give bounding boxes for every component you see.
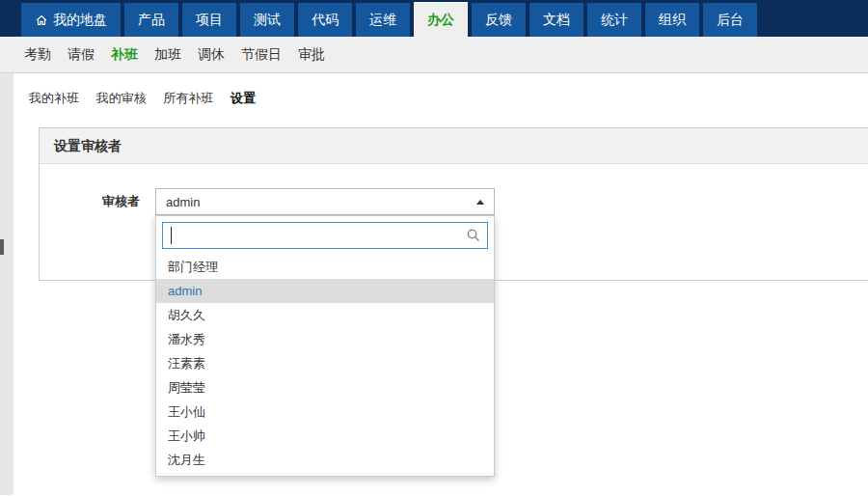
main-content: 我的补班 我的审核 所有补班 设置 设置审核者 审核者 admin bbox=[14, 73, 868, 495]
reviewer-picker: admin bbox=[155, 188, 495, 215]
subtab-label: 设置 bbox=[231, 91, 256, 105]
subtab-item[interactable]: 我的补班 bbox=[29, 91, 83, 105]
menu-item[interactable]: 补班 bbox=[111, 46, 138, 64]
nav-tab[interactable]: 产品 bbox=[124, 3, 178, 37]
nav-tab[interactable]: 代码 bbox=[298, 3, 352, 37]
menu-item-label: 审批 bbox=[298, 46, 325, 62]
subtab-item[interactable]: 我的审核 bbox=[96, 91, 150, 105]
nav-tab-label: 统计 bbox=[601, 3, 628, 37]
panel-body: 审核者 admin bbox=[40, 164, 868, 280]
menu-item[interactable]: 调休 bbox=[198, 46, 225, 64]
dropdown-option[interactable]: 王小仙 bbox=[156, 400, 494, 424]
dropdown-option[interactable]: 潘水秀 bbox=[156, 327, 494, 351]
sidebar-toggle-handle[interactable] bbox=[0, 239, 4, 255]
nav-tab-label: 文档 bbox=[543, 3, 570, 37]
nav-tab[interactable]: 运维 bbox=[356, 3, 410, 37]
module-menu-bar: 考勤 请假 补班 加班 调休 节假日 审批 bbox=[0, 37, 868, 73]
panel-title: 设置审核者 bbox=[40, 128, 868, 164]
nav-tab-label: 运维 bbox=[369, 3, 396, 37]
menu-item-label: 考勤 bbox=[24, 46, 51, 62]
dropdown-search-input[interactable] bbox=[163, 223, 487, 248]
subtab-label: 我的补班 bbox=[29, 91, 79, 105]
dropdown-option-label: 部门经理 bbox=[168, 260, 218, 274]
dropdown-option-label: 王小帅 bbox=[168, 428, 205, 443]
reviewer-select[interactable]: admin bbox=[155, 188, 495, 215]
dropdown-option[interactable]: 汪素素 bbox=[156, 351, 494, 375]
nav-tab[interactable]: 文档 bbox=[529, 3, 583, 37]
dropdown-option[interactable]: 胡久久 bbox=[156, 303, 494, 327]
nav-tab[interactable]: 我的地盘 bbox=[21, 3, 121, 37]
menu-item-label: 加班 bbox=[154, 46, 181, 62]
page-body: 我的补班 我的审核 所有补班 设置 设置审核者 审核者 admin bbox=[0, 73, 868, 495]
nav-tab[interactable]: 反馈 bbox=[472, 3, 526, 37]
nav-tab[interactable]: 办公 bbox=[414, 2, 468, 37]
dropdown-option[interactable]: 周莹莹 bbox=[156, 375, 494, 400]
home-icon bbox=[35, 14, 48, 27]
dropdown-option-label: admin bbox=[168, 284, 202, 298]
nav-tab-label: 我的地盘 bbox=[53, 3, 107, 37]
menu-item[interactable]: 加班 bbox=[154, 46, 181, 64]
feature-subtabs: 我的补班 我的审核 所有补班 设置 bbox=[14, 73, 868, 107]
settings-panel: 设置审核者 审核者 admin bbox=[39, 127, 868, 281]
subtab-item[interactable]: 所有补班 bbox=[163, 91, 217, 105]
nav-tab-label: 反馈 bbox=[485, 3, 512, 37]
menu-item[interactable]: 考勤 bbox=[24, 46, 51, 64]
menu-item[interactable]: 节假日 bbox=[241, 46, 282, 64]
dropdown-option-label: 胡久久 bbox=[168, 308, 205, 322]
dropdown-option-label: 周莹莹 bbox=[168, 380, 205, 395]
nav-tab-label: 办公 bbox=[427, 3, 454, 37]
dropdown-options-list: 部门经理 admin 胡久久 潘水秀 汪素素 周莹莹 王小仙 王小帅 沈月生 bbox=[156, 255, 494, 472]
menu-item-label: 调休 bbox=[198, 46, 225, 62]
sidebar-collapse-strip bbox=[0, 73, 14, 495]
subtab-label: 所有补班 bbox=[163, 91, 213, 105]
subtab-item[interactable]: 设置 bbox=[231, 91, 256, 105]
subtab-label: 我的审核 bbox=[96, 91, 147, 105]
reviewer-field-label: 审核者 bbox=[97, 188, 140, 215]
nav-tab-label: 组织 bbox=[659, 3, 686, 37]
menu-item[interactable]: 审批 bbox=[298, 46, 325, 64]
dropdown-option[interactable]: admin bbox=[156, 279, 494, 303]
nav-tab[interactable]: 组织 bbox=[645, 3, 699, 37]
menu-item-label: 补班 bbox=[111, 46, 138, 62]
dropdown-option-label: 王小仙 bbox=[168, 404, 205, 419]
menu-item-label: 请假 bbox=[68, 46, 95, 62]
nav-tab[interactable]: 项目 bbox=[182, 3, 236, 37]
dropdown-option[interactable]: 沈月生 bbox=[156, 448, 494, 472]
reviewer-selected-value: admin bbox=[166, 195, 200, 209]
dropdown-option-label: 沈月生 bbox=[168, 453, 205, 467]
nav-tab[interactable]: 统计 bbox=[587, 3, 641, 37]
menu-item-label: 节假日 bbox=[241, 46, 282, 62]
caret-up-icon bbox=[476, 200, 484, 205]
dropdown-option[interactable]: 部门经理 bbox=[156, 255, 494, 279]
nav-tab[interactable]: 测试 bbox=[240, 3, 294, 37]
dropdown-option[interactable]: 王小帅 bbox=[156, 424, 494, 448]
nav-tab-label: 项目 bbox=[196, 3, 223, 37]
reviewer-dropdown: 部门经理 admin 胡久久 潘水秀 汪素素 周莹莹 王小仙 王小帅 沈月生 bbox=[155, 215, 495, 477]
search-icon bbox=[466, 228, 481, 246]
nav-tab-label: 后台 bbox=[717, 3, 744, 37]
nav-tab-label: 测试 bbox=[254, 3, 281, 37]
dropdown-option-label: 潘水秀 bbox=[168, 332, 205, 346]
nav-tab-label: 产品 bbox=[138, 3, 165, 37]
nav-tabs: 我的地盘 产品 项目 测试 代码 bbox=[21, 2, 761, 37]
dropdown-option-label: 汪素素 bbox=[168, 356, 205, 371]
top-navbar: 我的地盘 产品 项目 测试 代码 bbox=[0, 0, 868, 37]
nav-tab-label: 代码 bbox=[312, 3, 339, 37]
dropdown-searchbox bbox=[162, 222, 488, 249]
menu-item[interactable]: 请假 bbox=[68, 46, 95, 64]
text-cursor bbox=[171, 227, 172, 244]
nav-tab[interactable]: 后台 bbox=[703, 3, 757, 37]
